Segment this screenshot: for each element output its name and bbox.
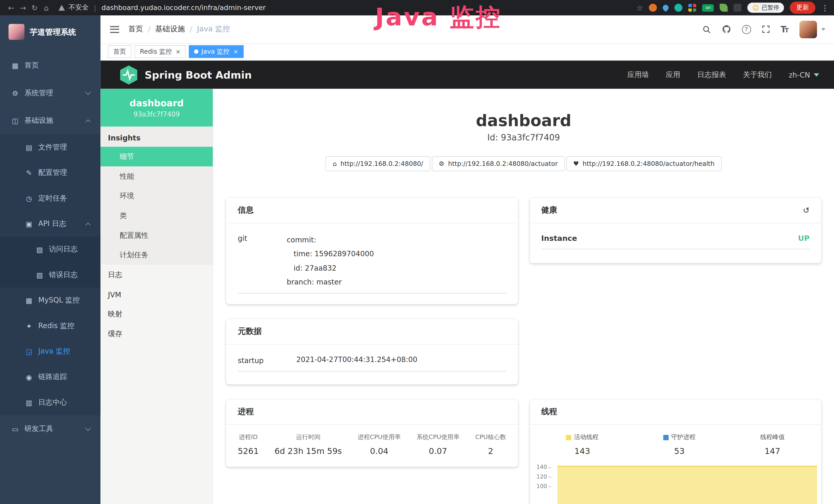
paused-badge[interactable]: ☺ 已暂停: [747, 3, 784, 13]
sidebar-item-java-monitor[interactable]: ◲ Java 监控: [0, 339, 101, 364]
sba-nav-applications[interactable]: 应用: [666, 70, 680, 79]
fullscreen-icon[interactable]: [761, 25, 770, 33]
git-id-line: id: 27aa832: [287, 261, 374, 275]
language-label: zh-CN: [789, 70, 810, 79]
stat-value: 6d 23h 15m 59s: [275, 447, 342, 456]
search-icon[interactable]: [702, 25, 711, 33]
sba-item-mappings[interactable]: 映射: [101, 304, 213, 324]
address-bar[interactable]: 不安全 | dashboard.yudao.iocoder.cn/infra/a…: [59, 3, 266, 12]
top-navbar: 首页 / 基础设施 / Java 监控 ? TT: [101, 16, 834, 43]
stat-label: 系统CPU使用率: [416, 433, 460, 441]
sidebar-item-scheduled-tasks[interactable]: ◷ 定时任务: [0, 186, 101, 211]
spring-boot-admin-logo: [120, 65, 138, 85]
sba-item-config-props[interactable]: 配置属性: [101, 225, 213, 245]
sidebar-item-api-logs[interactable]: ▣ API 日志: [0, 211, 101, 236]
sidebar-item-file-mgmt[interactable]: ▤ 文件管理: [0, 135, 101, 160]
redis-icon: ✦: [24, 322, 34, 330]
cards-grid: 信息 git commit: time: 1596289704000 id: 2…: [226, 198, 821, 504]
metadata-key: startup: [238, 356, 297, 365]
sba-item-performance[interactable]: 性能: [101, 166, 213, 186]
git-branch-line: branch: master: [287, 275, 374, 289]
help-icon[interactable]: ?: [742, 25, 751, 33]
history-icon[interactable]: ↺: [803, 205, 810, 215]
sba-brand-title[interactable]: Spring Boot Admin: [145, 69, 252, 81]
stat-label: 进程ID: [238, 433, 259, 441]
sidebar-item-infrastructure[interactable]: ◫ 基础设施: [0, 107, 101, 135]
extensions-puzzle-icon[interactable]: [734, 4, 742, 12]
back-icon[interactable]: ←: [5, 3, 17, 12]
sidebar-item-trace[interactable]: ◉ 链路追踪: [0, 364, 101, 389]
tab-java-monitor[interactable]: Java 监控 ×: [189, 45, 243, 58]
hamburger-icon[interactable]: [110, 26, 119, 32]
instance-links: ⌂ http://192.168.0.2:48080/ ⚙ http://192…: [213, 156, 834, 171]
app-logo[interactable]: 芋道管理系统: [0, 16, 101, 48]
threads-card-title: 线程: [529, 399, 821, 425]
sidebar-item-mysql-monitor[interactable]: ▦ MySQL 监控: [0, 288, 101, 313]
extension-icon-on-badge[interactable]: on: [702, 4, 714, 12]
sidebar-item-config-mgmt[interactable]: ✎ 配置管理: [0, 160, 101, 185]
home-icon: ⌂: [333, 160, 337, 167]
forward-icon[interactable]: →: [17, 3, 29, 12]
sba-nav-wall[interactable]: 应用墙: [627, 70, 649, 79]
process-card: 进程 进程ID 5261 运行时间 6d 23h 15m 59s 进程CPU使用…: [226, 399, 518, 467]
process-stats: 进程ID 5261 运行时间 6d 23h 15m 59s 进程CPU使用率 0…: [226, 425, 518, 467]
instance-label: Instance: [541, 234, 577, 243]
process-card-title: 进程: [226, 399, 518, 425]
browser-menu-icon[interactable]: ⋮: [821, 3, 829, 12]
git-commit-line: commit:: [287, 233, 374, 247]
legend-peak-threads: 线程峰值 147: [760, 433, 785, 456]
sba-item-details[interactable]: 细节: [101, 147, 213, 167]
metadata-card-title: 元数据: [226, 319, 518, 345]
legend-value: 143: [566, 447, 598, 456]
sidebar-item-label: 文件管理: [38, 142, 67, 152]
sba-item-jvm[interactable]: JVM: [101, 284, 213, 304]
close-icon[interactable]: ×: [233, 48, 238, 55]
close-icon[interactable]: ×: [176, 48, 180, 55]
sidebar-item-home[interactable]: ▦ 首页: [0, 52, 101, 79]
service-url-link[interactable]: ⌂ http://192.168.0.2:48080/: [326, 156, 430, 171]
font-size-icon[interactable]: TT: [781, 24, 789, 34]
warning-icon: [59, 5, 65, 11]
actuator-url-link[interactable]: ⚙ http://192.168.0.2:48080/actuator: [432, 156, 565, 171]
sba-item-scheduled-tasks[interactable]: 计划任务: [101, 245, 213, 265]
log-center-icon: ▥: [24, 398, 34, 407]
daemon-threads-swatch: [663, 435, 668, 440]
config-icon: ✎: [24, 169, 34, 177]
extension-icon-orange[interactable]: [649, 4, 657, 12]
extension-icon-grid[interactable]: [688, 4, 697, 12]
home-icon[interactable]: ⌂: [40, 3, 52, 12]
sidebar-item-label: 系统管理: [24, 88, 53, 98]
url-text[interactable]: dashboard.yudao.iocoder.cn/infra/admin-s…: [102, 4, 266, 12]
sba-item-logs[interactable]: 日志: [101, 265, 213, 284]
avatar[interactable]: [799, 21, 817, 38]
sidebar-item-access-logs[interactable]: ▨ 访问日志: [0, 237, 101, 262]
sidebar-item-dev-tools[interactable]: ▭ 研发工具: [0, 415, 101, 443]
sba-item-classes[interactable]: 类: [101, 206, 213, 225]
extension-icon-drop[interactable]: [662, 4, 670, 12]
tab-redis-monitor[interactable]: Redis 监控 ×: [135, 45, 186, 58]
sidebar-item-log-center[interactable]: ▥ 日志中心: [0, 390, 101, 415]
sba-main: dashboard Id: 93a3fc7f7409 ⌂ http://192.…: [213, 89, 834, 504]
sidebar-item-system-mgmt[interactable]: ⚙ 系统管理: [0, 79, 101, 107]
breadcrumb-home[interactable]: 首页: [128, 24, 143, 34]
extension-icon-teal[interactable]: [675, 4, 683, 12]
avatar-caret-icon[interactable]: [821, 28, 826, 30]
stat-cpu-cores: CPU核心数 2: [475, 433, 506, 456]
language-selector[interactable]: zh-CN: [789, 70, 819, 79]
health-url-link[interactable]: ♥ http://192.168.0.2:48080/actuator/heal…: [566, 156, 722, 171]
sidebar-item-redis-monitor[interactable]: ✦ Redis 监控: [0, 313, 101, 339]
breadcrumb-infrastructure[interactable]: 基础设施: [155, 24, 185, 34]
sba-app-header[interactable]: dashboard 93a3fc7f7409: [101, 89, 213, 127]
update-button[interactable]: 更新: [790, 2, 815, 14]
tab-home[interactable]: 首页: [108, 45, 131, 58]
health-row: Instance UP: [541, 234, 810, 249]
bookmark-star-icon[interactable]: ☆: [637, 3, 643, 12]
github-icon[interactable]: [722, 24, 731, 34]
sba-item-caches[interactable]: 缓存: [101, 324, 213, 344]
sba-nav-journal[interactable]: 日志报表: [697, 70, 726, 79]
sba-nav-about[interactable]: 关于我们: [743, 70, 772, 79]
sidebar-item-error-logs[interactable]: ▧ 错误日志: [0, 262, 101, 288]
reload-icon[interactable]: ↻: [29, 3, 41, 12]
extension-icon-leaf[interactable]: [720, 4, 728, 12]
sba-item-environment[interactable]: 环境: [101, 186, 213, 206]
